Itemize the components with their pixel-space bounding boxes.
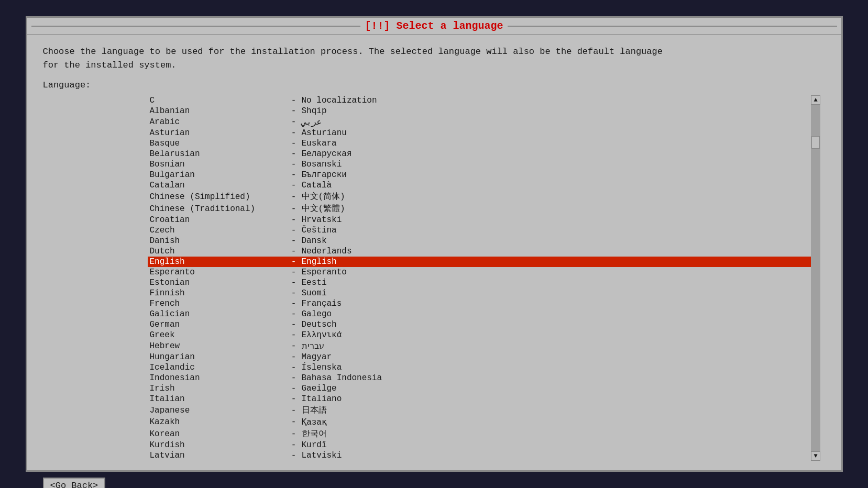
lang-dash: - — [286, 341, 302, 351]
lang-native: 한국어 — [302, 428, 327, 439]
language-item[interactable]: Belarusian-Беларуская — [148, 149, 811, 159]
language-item[interactable]: Arabic-عربي — [148, 116, 811, 128]
language-item[interactable]: Asturian-Asturianu — [148, 128, 811, 138]
lang-native: 日本語 — [302, 405, 327, 416]
lang-native: 中文(繁體) — [302, 203, 345, 214]
lang-name: Korean — [150, 429, 286, 439]
lang-native: عربي — [302, 117, 322, 127]
language-item[interactable]: Czech-Čeština — [148, 225, 811, 236]
lang-dash: - — [286, 278, 302, 287]
lang-native: Беларуская — [302, 149, 352, 159]
lang-native: Kurdî — [302, 440, 327, 450]
language-item[interactable]: Catalan-Català — [148, 180, 811, 191]
lang-dash: - — [286, 320, 302, 329]
lang-native: Íslenska — [302, 363, 342, 372]
lang-native: Қазақ — [302, 417, 327, 427]
language-item[interactable]: Kurdish-Kurdî — [148, 440, 811, 450]
scroll-down-arrow[interactable]: ▼ — [811, 451, 820, 461]
language-item[interactable]: Bulgarian-Български — [148, 170, 811, 180]
lang-dash: - — [286, 106, 302, 116]
language-list[interactable]: C-No localizationAlbanian-ShqipArabic-عر… — [148, 95, 811, 461]
language-item[interactable]: Greek-Ελληνικά — [148, 330, 811, 340]
lang-name: Albanian — [150, 106, 286, 116]
lang-native: Suomi — [302, 289, 327, 298]
lang-name: German — [150, 320, 286, 329]
dialog-body: Choose the language to be used for the i… — [27, 35, 841, 471]
lang-name: Greek — [150, 330, 286, 340]
language-item[interactable]: Galician-Galego — [148, 309, 811, 319]
lang-native: Shqip — [302, 106, 327, 116]
language-item[interactable]: English-English — [148, 257, 811, 267]
lang-native: Italiano — [302, 394, 342, 404]
language-item[interactable]: Chinese (Traditional)-中文(繁體) — [148, 203, 811, 215]
title-bar: [!!] Select a language — [27, 18, 841, 35]
language-item[interactable]: Latvian-Latviski — [148, 450, 811, 461]
language-item[interactable]: Indonesian-Bahasa Indonesia — [148, 373, 811, 383]
language-item[interactable]: Icelandic-Íslenska — [148, 362, 811, 373]
footer: <Go Back> — [27, 471, 841, 488]
scrollbar-track — [811, 105, 820, 451]
lang-dash: - — [286, 257, 302, 267]
language-item[interactable]: Bosnian-Bosanski — [148, 159, 811, 170]
lang-native: Euskara — [302, 139, 337, 148]
lang-name: C — [150, 96, 286, 105]
language-item[interactable]: Finnish-Suomi — [148, 288, 811, 298]
language-item[interactable]: Croatian-Hrvatski — [148, 215, 811, 225]
title-bar-line-left — [31, 26, 361, 27]
scrollbar: ▲ ▼ — [811, 95, 820, 461]
language-item[interactable]: Hebrew-עברית — [148, 340, 811, 352]
lang-name: Hebrew — [150, 341, 286, 351]
lang-dash: - — [286, 149, 302, 159]
lang-native: 中文(简体) — [302, 191, 345, 202]
lang-dash: - — [286, 236, 302, 246]
lang-name: Italian — [150, 394, 286, 404]
lang-name: Estonian — [150, 278, 286, 287]
lang-dash: - — [286, 384, 302, 393]
lang-native: Asturianu — [302, 128, 347, 138]
lang-dash: - — [286, 440, 302, 450]
lang-name: Kazakh — [150, 417, 286, 427]
language-item[interactable]: French-Français — [148, 298, 811, 309]
lang-name: Chinese (Traditional) — [150, 204, 286, 214]
lang-name: Asturian — [150, 128, 286, 138]
lang-name: Basque — [150, 139, 286, 148]
lang-dash: - — [286, 117, 302, 127]
lang-native: Čeština — [302, 226, 337, 235]
lang-dash: - — [286, 373, 302, 383]
language-item[interactable]: Esperanto-Esperanto — [148, 267, 811, 278]
lang-native: עברית — [302, 341, 324, 351]
language-item[interactable]: German-Deutsch — [148, 319, 811, 330]
language-item[interactable]: Estonian-Eesti — [148, 278, 811, 288]
language-item[interactable]: Italian-Italiano — [148, 394, 811, 404]
language-item[interactable]: Dutch-Nederlands — [148, 246, 811, 257]
language-item[interactable]: Kazakh-Қазақ — [148, 416, 811, 428]
language-item[interactable]: Irish-Gaeilge — [148, 383, 811, 394]
list-container: C-No localizationAlbanian-ShqipArabic-عر… — [148, 95, 820, 461]
lang-native: Bahasa Indonesia — [302, 373, 382, 383]
scroll-up-arrow[interactable]: ▲ — [811, 95, 820, 105]
language-item[interactable]: Basque-Euskara — [148, 138, 811, 149]
lang-name: Finnish — [150, 289, 286, 298]
language-item[interactable]: Japanese-日本語 — [148, 404, 811, 416]
lang-dash: - — [286, 96, 302, 105]
lang-dash: - — [286, 299, 302, 308]
language-item[interactable]: Hungarian-Magyar — [148, 352, 811, 362]
lang-name: Kurdish — [150, 440, 286, 450]
lang-dash: - — [286, 247, 302, 256]
lang-name: Catalan — [150, 181, 286, 190]
scrollbar-thumb[interactable] — [811, 136, 820, 149]
lang-native: Български — [302, 170, 347, 180]
lang-native: Galego — [302, 309, 332, 319]
lang-name: Irish — [150, 384, 286, 393]
lang-dash: - — [286, 192, 302, 202]
language-item[interactable]: Korean-한국어 — [148, 428, 811, 440]
lang-name: Arabic — [150, 117, 286, 127]
language-item[interactable]: Danish-Dansk — [148, 236, 811, 246]
lang-native: Latviski — [302, 451, 342, 460]
lang-dash: - — [286, 215, 302, 225]
language-item[interactable]: C-No localization — [148, 95, 811, 106]
language-item[interactable]: Chinese (Simplified)-中文(简体) — [148, 191, 811, 203]
language-item[interactable]: Albanian-Shqip — [148, 106, 811, 116]
lang-native: English — [302, 257, 337, 267]
go-back-button[interactable]: <Go Back> — [43, 478, 106, 488]
